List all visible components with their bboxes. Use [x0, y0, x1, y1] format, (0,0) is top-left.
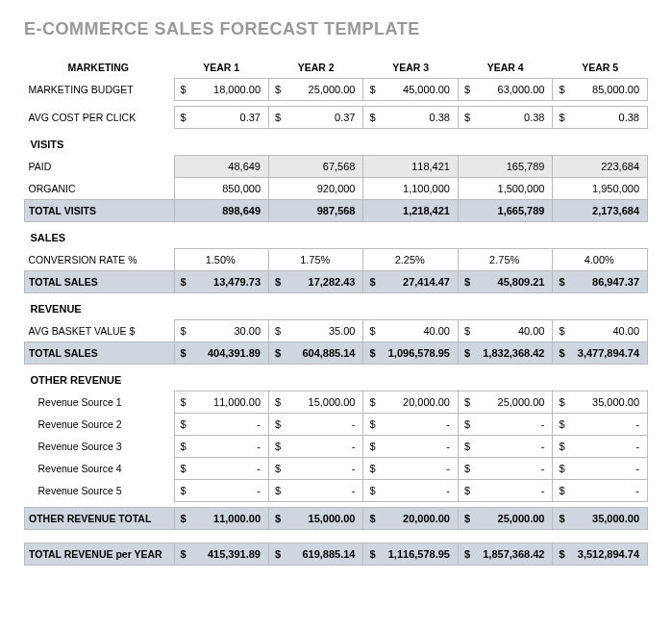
cell: $3,477,894.74: [553, 342, 648, 365]
marketing-budget-row: MARKETING BUDGET $18,000.00 $25,000.00 $…: [25, 79, 648, 101]
cell: 1,665,789: [458, 200, 552, 222]
year-1-header: YEAR 1: [174, 57, 268, 79]
cell: 1,218,421: [363, 200, 458, 222]
cell[interactable]: $-: [363, 414, 458, 436]
visits-label: VISITS: [25, 129, 648, 156]
cell: $45,809.21: [458, 271, 552, 293]
cell[interactable]: $-: [553, 480, 648, 502]
row-label: AVG COST PER CLICK: [25, 107, 175, 129]
sales-label: SALES: [25, 222, 648, 249]
cell[interactable]: $0.37: [174, 107, 268, 129]
row-label: PAID: [25, 156, 175, 178]
cell[interactable]: $-: [269, 414, 363, 436]
cell[interactable]: $-: [553, 458, 648, 480]
conversion-row: CONVERSION RATE % 1.50% 1.75% 2.25% 2.75…: [25, 249, 648, 271]
cell[interactable]: $-: [174, 436, 268, 458]
cell[interactable]: $-: [363, 458, 458, 480]
cpc-row: AVG COST PER CLICK $0.37 $0.37 $0.38 $0.…: [25, 107, 648, 129]
other-revenue-label: OTHER REVENUE: [25, 365, 648, 391]
basket-row: AVG BASKET VALUE $ $30.00 $35.00 $40.00 …: [25, 320, 648, 342]
cell: $20,000.00: [363, 508, 458, 530]
year-5-header: YEAR 5: [553, 57, 648, 79]
cell[interactable]: $63,000.00: [458, 79, 552, 101]
row-label: TOTAL REVENUE per YEAR: [25, 543, 175, 566]
row-label: Revenue Source 1: [25, 391, 175, 414]
cell[interactable]: $-: [269, 436, 363, 458]
forecast-table: MARKETING YEAR 1 YEAR 2 YEAR 3 YEAR 4 YE…: [24, 57, 648, 566]
cell[interactable]: $25,000.00: [458, 391, 552, 414]
cell: 987,568: [269, 200, 363, 222]
row-label: TOTAL SALES: [25, 342, 175, 365]
cell[interactable]: $-: [553, 436, 648, 458]
cell[interactable]: $35.00: [269, 320, 363, 342]
cell: 898,649: [174, 200, 268, 222]
row-label: Revenue Source 5: [25, 480, 175, 502]
cell[interactable]: $11,000.00: [174, 391, 268, 414]
cell[interactable]: $0.38: [363, 107, 458, 129]
cell[interactable]: $25,000.00: [269, 79, 363, 101]
cell[interactable]: 1,500,000: [458, 178, 552, 200]
cell[interactable]: $18,000.00: [174, 79, 268, 101]
cell[interactable]: $35,000.00: [553, 391, 648, 414]
cell[interactable]: 920,000: [269, 178, 363, 200]
cell[interactable]: 118,421: [363, 156, 458, 178]
cell[interactable]: 67,568: [269, 156, 363, 178]
row-label: MARKETING BUDGET: [25, 79, 175, 101]
cell[interactable]: $-: [174, 458, 268, 480]
cell: $27,414.47: [363, 271, 458, 293]
other-row-1: Revenue Source 1 $11,000.00 $15,000.00 $…: [25, 391, 648, 414]
cell: $13,479.73: [174, 271, 268, 293]
cell[interactable]: $-: [458, 414, 552, 436]
total-visits-row: TOTAL VISITS 898,649 987,568 1,218,421 1…: [25, 200, 648, 222]
cell: 2,173,684: [553, 200, 648, 222]
cell[interactable]: 850,000: [174, 178, 268, 200]
other-row-4: Revenue Source 4 $- $- $- $- $-: [25, 458, 648, 480]
cell: $1,832,368.42: [458, 342, 552, 365]
cell[interactable]: 1.50%: [174, 249, 268, 271]
cell[interactable]: $20,000.00: [363, 391, 458, 414]
cell[interactable]: $15,000.00: [269, 391, 363, 414]
year-header-row: MARKETING YEAR 1 YEAR 2 YEAR 3 YEAR 4 YE…: [25, 57, 648, 79]
cell: $35,000.00: [553, 508, 648, 530]
cell[interactable]: $-: [458, 480, 552, 502]
cell[interactable]: $-: [174, 414, 268, 436]
cell[interactable]: $-: [269, 458, 363, 480]
cell[interactable]: 1,100,000: [363, 178, 458, 200]
cell: $11,000.00: [174, 508, 268, 530]
cell[interactable]: $30.00: [174, 320, 268, 342]
year-3-header: YEAR 3: [363, 57, 458, 79]
cell[interactable]: 223,684: [553, 156, 648, 178]
cell[interactable]: $-: [458, 458, 552, 480]
cell[interactable]: $40.00: [553, 320, 648, 342]
cell[interactable]: 2.25%: [363, 249, 458, 271]
cell[interactable]: $0.38: [553, 107, 648, 129]
cell[interactable]: 2.75%: [458, 249, 552, 271]
cell[interactable]: $0.38: [458, 107, 552, 129]
cell[interactable]: $85,000.00: [553, 79, 648, 101]
cell[interactable]: $40.00: [363, 320, 458, 342]
cell: $1,857,368.42: [458, 543, 552, 566]
cell[interactable]: $-: [553, 414, 648, 436]
row-label: ORGANIC: [25, 178, 175, 200]
row-label: Revenue Source 2: [25, 414, 175, 436]
cell[interactable]: 165,789: [458, 156, 552, 178]
cell[interactable]: $45,000.00: [363, 79, 458, 101]
paid-row: PAID 48,649 67,568 118,421 165,789 223,6…: [25, 156, 648, 178]
row-label: CONVERSION RATE %: [25, 249, 175, 271]
cell[interactable]: $40.00: [458, 320, 552, 342]
page-title: E-COMMERCE SALES FORECAST TEMPLATE: [24, 19, 648, 39]
cell: $1,096,578.95: [363, 342, 458, 365]
cell: $604,885.14: [269, 342, 363, 365]
cell[interactable]: 48,649: [174, 156, 268, 178]
cell[interactable]: $0.37: [269, 107, 363, 129]
final-total-row: TOTAL REVENUE per YEAR $415,391.89 $619,…: [25, 543, 648, 566]
cell[interactable]: $-: [458, 436, 552, 458]
cell[interactable]: $-: [174, 480, 268, 502]
row-label: TOTAL VISITS: [25, 200, 175, 222]
cell[interactable]: $-: [363, 436, 458, 458]
cell[interactable]: 1.75%: [269, 249, 363, 271]
cell[interactable]: 4.00%: [553, 249, 648, 271]
cell[interactable]: $-: [363, 480, 458, 502]
cell[interactable]: $-: [269, 480, 363, 502]
cell[interactable]: 1,950,000: [553, 178, 648, 200]
